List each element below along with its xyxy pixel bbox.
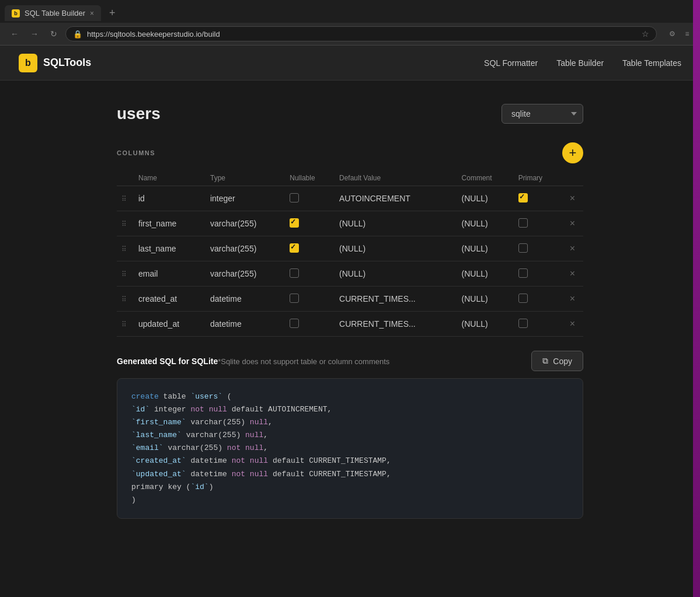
nullable-checkbox[interactable] (290, 218, 299, 228)
nav-table-builder[interactable]: Table Builder (556, 58, 604, 68)
table-row: ⠿ first_name varchar(255) (NULL) (NULL) … (117, 211, 583, 236)
sql-token: null (250, 470, 268, 479)
nullable-checkbox[interactable] (290, 243, 299, 253)
col-comment: (NULL) (457, 211, 514, 236)
table-row: ⠿ id integer AUTOINCREMENT (NULL) × (117, 186, 583, 211)
back-btn[interactable]: ← (7, 27, 22, 41)
col-type: varchar(255) (206, 261, 285, 287)
primary-checkbox[interactable] (518, 319, 528, 328)
col-primary[interactable] (514, 312, 562, 337)
sql-token: varchar(255) (163, 444, 227, 452)
remove-col-btn[interactable]: × (566, 217, 579, 230)
drag-handle[interactable]: ⠿ (121, 320, 129, 329)
col-type: varchar(255) (206, 211, 285, 236)
table-row: ⠿ created_at datetime CURRENT_TIMES... (… (117, 287, 583, 312)
drag-handle[interactable]: ⠿ (121, 245, 129, 253)
col-nullable[interactable] (285, 236, 335, 261)
drag-handle[interactable]: ⠿ (121, 220, 129, 228)
nullable-checkbox[interactable] (290, 193, 299, 203)
remove-col-btn[interactable]: × (566, 267, 579, 280)
col-primary[interactable] (514, 287, 562, 312)
table-row: ⠿ updated_at datetime CURRENT_TIMES... (… (117, 312, 583, 337)
columns-header: COLUMNS + (117, 142, 583, 163)
col-name: last_name (138, 244, 176, 253)
sql-token (245, 456, 250, 465)
sql-token: create (131, 392, 159, 401)
forward-btn[interactable]: → (27, 27, 42, 41)
address-bar[interactable]: 🔒 https://sqltools.beekeeperstudio.io/bu… (65, 26, 657, 41)
nav-bar: ← → ↻ 🔒 https://sqltools.beekeeperstudio… (0, 23, 700, 45)
tab-label: SQL Table Builder (25, 9, 85, 18)
new-tab-btn[interactable]: + (103, 4, 121, 23)
col-comment: (NULL) (457, 261, 514, 287)
col-nullable[interactable] (285, 261, 335, 287)
lock-icon: 🔒 (73, 30, 82, 39)
primary-checkbox[interactable] (518, 193, 528, 203)
extensions-icon[interactable]: ⚙ (666, 28, 678, 40)
star-icon[interactable]: ☆ (642, 29, 649, 39)
sql-code-block: create table `users` ( `id` integer not … (117, 378, 583, 519)
remove-col-btn[interactable]: × (566, 192, 579, 205)
nav-sql-formatter[interactable]: SQL Formatter (484, 58, 538, 68)
sql-token: not (190, 405, 204, 414)
sql-token: ) (131, 495, 136, 504)
nav-table-templates[interactable]: Table Templates (622, 58, 681, 68)
url-text: https://sqltools.beekeeperstudio.io/buil… (87, 30, 637, 39)
primary-checkbox[interactable] (518, 218, 528, 228)
primary-checkbox[interactable] (518, 294, 528, 303)
sql-line: `updated_at` datetime not null default C… (131, 468, 569, 481)
sql-note: *Sqlite does not support table or column… (218, 357, 389, 366)
sql-title-strong: Generated SQL for SQLite (117, 357, 218, 366)
sql-token: `id` (190, 483, 208, 491)
sql-header: Generated SQL for SQLite*Sqlite does not… (117, 351, 583, 371)
primary-checkbox[interactable] (518, 268, 528, 278)
sql-token: `updated_at` (131, 470, 186, 479)
nullable-checkbox[interactable] (290, 319, 299, 328)
sql-section: Generated SQL for SQLite*Sqlite does not… (117, 351, 583, 519)
tab-close-btn[interactable]: × (90, 9, 94, 18)
sql-line: primary key (`id`) (131, 481, 569, 494)
col-header-name: Name (134, 170, 206, 186)
col-primary[interactable] (514, 211, 562, 236)
col-header-default: Default Value (335, 170, 457, 186)
menu-icon[interactable]: ≡ (681, 28, 693, 40)
sql-token (241, 444, 245, 452)
drag-handle[interactable]: ⠿ (121, 295, 129, 303)
table-header-row: users sqlite mysql postgresql mssql (117, 104, 583, 124)
copy-button[interactable]: ⧉ Copy (531, 351, 583, 371)
sql-token: primary key ( (131, 483, 190, 491)
col-name: email (138, 269, 158, 278)
sql-token: null (245, 431, 263, 439)
primary-checkbox[interactable] (518, 243, 528, 253)
drag-handle[interactable]: ⠿ (121, 195, 129, 203)
sql-token: table (159, 392, 191, 401)
remove-col-btn[interactable]: × (566, 242, 579, 255)
remove-col-btn[interactable]: × (566, 317, 579, 330)
active-tab[interactable]: b SQL Table Builder × (5, 5, 101, 21)
col-type: datetime (206, 287, 285, 312)
add-column-btn[interactable]: + (562, 142, 583, 163)
col-default: (NULL) (335, 211, 457, 236)
col-primary[interactable] (514, 261, 562, 287)
remove-col-btn[interactable]: × (566, 292, 579, 305)
col-header-comment: Comment (457, 170, 514, 186)
col-nullable[interactable] (285, 312, 335, 337)
table-name: users (117, 104, 161, 123)
col-nullable[interactable] (285, 211, 335, 236)
table-row: ⠿ last_name varchar(255) (NULL) (NULL) × (117, 236, 583, 261)
col-default: (NULL) (335, 236, 457, 261)
col-primary[interactable] (514, 186, 562, 211)
sql-line: `last_name` varchar(255) null, (131, 429, 569, 442)
refresh-btn[interactable]: ↻ (47, 27, 61, 41)
logo-icon: b (19, 54, 37, 72)
drag-handle[interactable]: ⠿ (121, 270, 129, 278)
browser-chrome: b SQL Table Builder × + ← → ↻ 🔒 https://… (0, 0, 700, 46)
nullable-checkbox[interactable] (290, 294, 299, 303)
dialect-select[interactable]: sqlite mysql postgresql mssql (502, 104, 583, 124)
col-nullable[interactable] (285, 186, 335, 211)
col-nullable[interactable] (285, 287, 335, 312)
sql-token: not (232, 470, 245, 479)
col-primary[interactable] (514, 236, 562, 261)
nullable-checkbox[interactable] (290, 268, 299, 278)
browser-nav-icons: ⚙ ≡ (666, 28, 693, 40)
